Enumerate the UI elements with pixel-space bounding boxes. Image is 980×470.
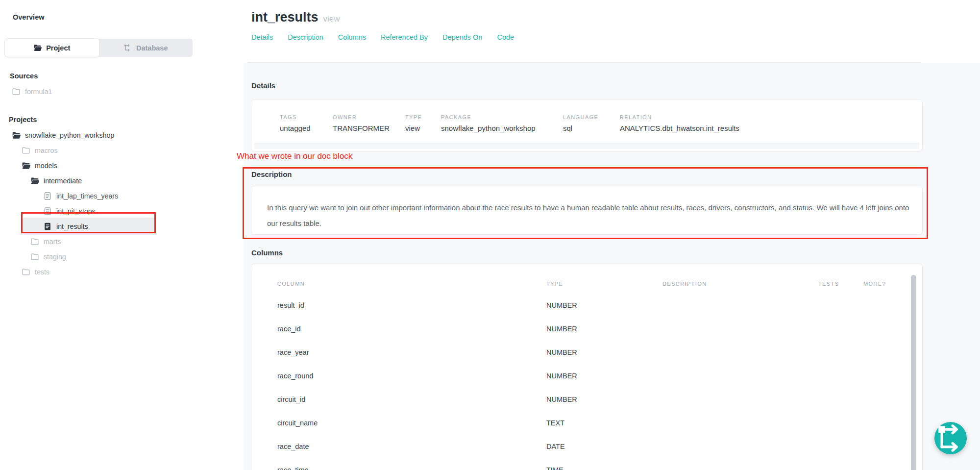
details-fields: TAGS untagged OWNER TRANSFORMER TYPE vie… xyxy=(251,100,922,132)
detail-field-tags: TAGS untagged xyxy=(280,114,333,132)
cell-type: NUMBER xyxy=(546,396,662,403)
sidebar-item-models[interactable]: models xyxy=(0,158,244,173)
columns-card: COLUMNTYPEDESCRIPTIONTESTSMORE? result_i… xyxy=(251,264,922,470)
tab-details[interactable]: Details xyxy=(251,33,273,41)
columns-table-row-race-round[interactable]: race_round NUMBER xyxy=(251,364,922,388)
sidebar-item-int-lap-times-years[interactable]: int_lap_times_years xyxy=(0,188,244,203)
file-filled-icon xyxy=(43,222,52,231)
cell-column-name: circuit_name xyxy=(277,419,546,427)
sidebar-item-marts[interactable]: marts xyxy=(0,234,244,249)
folder-icon xyxy=(12,87,21,96)
columns-table-row-race-id[interactable]: race_id NUMBER xyxy=(251,317,922,341)
sidebar-item-tests[interactable]: tests xyxy=(0,264,244,279)
detail-field-label: PACKAGE xyxy=(441,114,563,120)
folder-open-icon xyxy=(12,131,21,140)
project-toggle-label: Project xyxy=(46,44,70,52)
main-content: int_results view DetailsDescriptionColum… xyxy=(244,0,980,470)
description-card: In this query we want to join out other … xyxy=(251,186,922,234)
tree-item-label: intermediate xyxy=(44,177,82,185)
tab-depends-on[interactable]: Depends On xyxy=(442,33,482,41)
sidebar-item-int-pit-stops[interactable]: int_pit_stops xyxy=(0,203,244,219)
detail-field-owner: OWNER TRANSFORMER xyxy=(333,114,405,132)
detail-field-relation: RELATION ANALYTICS.dbt_hwatson.int_resul… xyxy=(620,114,739,132)
cell-column-name: race_time xyxy=(277,466,546,470)
project-toggle-button[interactable]: Project xyxy=(5,39,99,57)
projects-heading: Projects xyxy=(9,116,244,124)
details-card: TAGS untagged OWNER TRANSFORMER TYPE vie… xyxy=(251,100,922,151)
tab-code[interactable]: Code xyxy=(497,33,514,41)
detail-field-label: OWNER xyxy=(333,114,405,120)
tab-referenced-by[interactable]: Referenced By xyxy=(381,33,428,41)
database-toggle-label: Database xyxy=(136,44,168,52)
folder-icon xyxy=(30,237,39,246)
columns-table-row-circuit-name[interactable]: circuit_name TEXT xyxy=(251,411,922,435)
sidebar-item-snowflake-python-workshop[interactable]: snowflake_python_workshop xyxy=(0,127,244,143)
cell-column-name: result_id xyxy=(277,301,546,309)
lineage-graph-button[interactable] xyxy=(934,422,967,454)
detail-field-value: snowflake_python_workshop xyxy=(441,124,563,132)
tab-bar: DetailsDescriptionColumnsReferenced ByDe… xyxy=(251,33,980,41)
tab-description[interactable]: Description xyxy=(288,33,323,41)
columns-table-row-race-time[interactable]: race_time TIME xyxy=(251,458,922,470)
detail-field-label: RELATION xyxy=(620,114,739,120)
view-toggle: Project Database xyxy=(5,39,193,57)
cell-type: NUMBER xyxy=(546,301,662,309)
cell-column-name: race_round xyxy=(277,372,546,380)
detail-field-value: untagged xyxy=(280,124,333,132)
cell-type: TEXT xyxy=(546,419,662,427)
cell-type: NUMBER xyxy=(546,325,662,333)
cell-type: DATE xyxy=(546,443,662,450)
file-icon xyxy=(43,207,52,216)
sources-heading: Sources xyxy=(10,72,244,80)
sidebar-item-intermediate[interactable]: intermediate xyxy=(0,173,244,188)
project-tree: snowflake_python_workshop macros models … xyxy=(0,127,244,279)
description-section-heading: Description xyxy=(251,170,292,178)
columns-table-row-race-year[interactable]: race_year NUMBER xyxy=(251,341,922,364)
detail-field-value: sql xyxy=(563,124,620,132)
sources-list: formula1 xyxy=(0,84,244,99)
columns-table-row-circuit-id[interactable]: circuit_id NUMBER xyxy=(251,388,922,411)
sidebar-item-staging[interactable]: staging xyxy=(0,249,244,264)
cell-column-name: race_year xyxy=(277,348,546,356)
columns-table-row-result-id[interactable]: result_id NUMBER xyxy=(251,294,922,317)
lineage-icon xyxy=(123,44,132,52)
detail-field-value: TRANSFORMER xyxy=(333,124,405,132)
columns-table-header-cell: TYPE xyxy=(546,281,662,287)
dbt-docs-app: Overview Project Database Sources xyxy=(0,0,980,470)
cell-column-name: race_date xyxy=(277,443,546,450)
cell-type: NUMBER xyxy=(546,348,662,356)
detail-field-value: ANALYTICS.dbt_hwatson.int_results xyxy=(620,124,739,132)
sidebar-item-int-results[interactable]: int_results xyxy=(23,218,156,235)
folder-icon xyxy=(22,268,30,276)
title-row: int_results view xyxy=(251,10,980,25)
cell-column-name: race_id xyxy=(277,325,546,333)
tree-item-label: macros xyxy=(35,147,58,154)
details-section-heading: Details xyxy=(251,81,275,90)
description-text: In this query we want to join out other … xyxy=(251,186,922,231)
tree-item-label: snowflake_python_workshop xyxy=(25,131,114,139)
columns-section-heading: Columns xyxy=(251,248,283,257)
folder-open-icon xyxy=(33,44,42,52)
tab-columns[interactable]: Columns xyxy=(338,33,366,41)
columns-table-row-race-date[interactable]: race_date DATE xyxy=(251,435,922,458)
tree-item-label: tests xyxy=(35,268,49,276)
columns-scrollbar[interactable] xyxy=(911,275,916,470)
source-item-formula1[interactable]: formula1 xyxy=(0,84,244,99)
page-title: int_results xyxy=(251,10,318,25)
folder-open-icon xyxy=(30,176,39,185)
overview-heading: Overview xyxy=(13,13,244,21)
main-body: Details TAGS untagged OWNER TRANSFORMER … xyxy=(244,63,980,470)
detail-field-language: LANGUAGE sql xyxy=(563,114,620,132)
sidebar: Overview Project Database Sources xyxy=(0,0,244,470)
tree-item-label: int_lap_times_years xyxy=(56,192,118,200)
columns-table-header-cell: TESTS xyxy=(818,281,863,287)
materialization-badge: view xyxy=(323,14,340,24)
cell-column-name: circuit_id xyxy=(277,396,546,403)
detail-field-label: TAGS xyxy=(280,114,333,120)
sidebar-item-macros[interactable]: macros xyxy=(0,143,244,158)
columns-table-header-cell: DESCRIPTION xyxy=(662,281,818,287)
tree-item-label: marts xyxy=(44,238,61,246)
database-toggle-button[interactable]: Database xyxy=(99,39,193,57)
tree-item-label: staging xyxy=(44,253,66,261)
detail-field-type: TYPE view xyxy=(405,114,441,132)
